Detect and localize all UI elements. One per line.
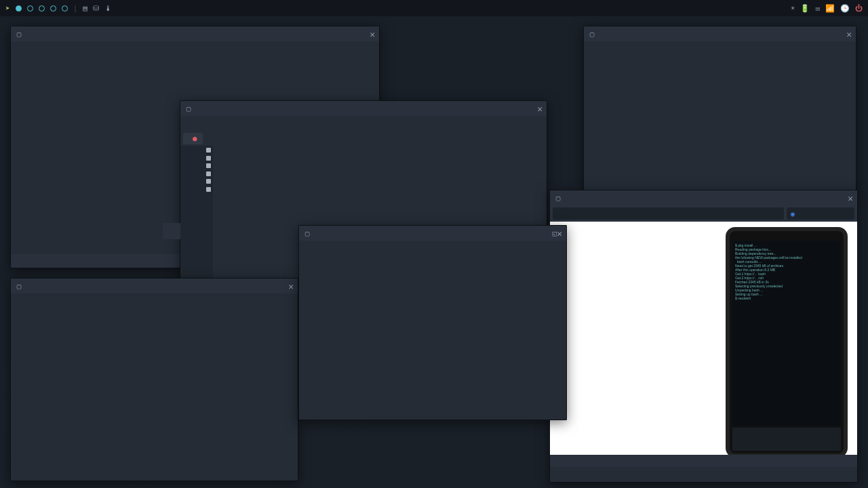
launcher-icon[interactable]: ➤ <box>5 4 10 13</box>
net-indicator: 📶 <box>825 4 835 13</box>
workspace-5[interactable] <box>62 5 68 12</box>
line-gutter <box>180 146 203 279</box>
close-icon[interactable]: ✕ <box>557 228 562 239</box>
close-icon[interactable]: ✕ <box>848 193 853 203</box>
phone-keyboard <box>732 428 841 451</box>
workspace-1[interactable] <box>16 5 22 12</box>
brightness-indicator: ☀ <box>791 4 795 13</box>
terminal-neofetch-window[interactable]: ▢ ✕ <box>10 278 298 481</box>
top-panel: ➤ | ▤ ⛁ 🌡 ☀ 🔋 ✉ 📶 🕒 ⏻ <box>0 0 868 16</box>
terminal-msfconsole-window[interactable]: ▢ ✕ <box>583 26 856 195</box>
fm-titlebar[interactable]: ▢ ✕ <box>11 26 379 41</box>
term1-menubar[interactable] <box>11 293 298 308</box>
htop-output[interactable] <box>299 256 566 261</box>
unsaved-dot-icon: ● <box>193 134 197 143</box>
fm-sidebar <box>11 56 82 268</box>
fold-column[interactable] <box>203 146 213 279</box>
devices-header <box>14 64 79 68</box>
close-icon[interactable]: ✕ <box>288 281 294 291</box>
browser-viewport[interactable]: . $ pkg install ... Reading package list… <box>550 222 857 455</box>
ns-statusbar <box>550 455 857 467</box>
maximize-icon[interactable]: ◱ <box>553 229 557 238</box>
terminal-htop-window[interactable]: ▢ ◱ ✕ <box>298 225 567 420</box>
msf-output[interactable] <box>584 56 856 62</box>
workspace-3[interactable] <box>39 5 45 12</box>
google-icon: ◉ <box>791 210 795 218</box>
search-box[interactable]: ◉ <box>787 207 854 220</box>
close-icon[interactable]: ✕ <box>846 29 852 39</box>
minimize-icon[interactable]: ▢ <box>588 30 596 39</box>
geany-menubar[interactable] <box>180 116 547 131</box>
close-icon[interactable]: ✕ <box>370 29 375 39</box>
battery-indicator: 🔋 <box>800 4 810 13</box>
power-icon[interactable]: ⏻ <box>855 4 863 13</box>
msf-titlebar[interactable]: ▢ ✕ <box>584 26 856 41</box>
clock: 🕒 <box>840 4 850 13</box>
fm-menubar[interactable] <box>11 41 379 56</box>
editor-tab[interactable]: ● <box>183 133 203 144</box>
terminal-output[interactable] <box>11 308 298 314</box>
term1-titlebar[interactable]: ▢ ✕ <box>11 279 298 293</box>
geany-side-tab[interactable] <box>163 223 180 239</box>
disk-indicator: ⛁ <box>93 4 99 13</box>
workspace-4[interactable] <box>50 5 56 12</box>
ns-titlebar[interactable]: ▢ ✕ <box>550 190 857 205</box>
minimize-icon[interactable]: ▢ <box>15 30 23 39</box>
mail-indicator: ✉ <box>815 4 820 13</box>
minimize-icon[interactable]: ▢ <box>184 104 193 113</box>
htop-menubar[interactable] <box>299 241 566 256</box>
minimize-icon[interactable]: ▢ <box>554 194 562 203</box>
temp-indicator: 🌡 <box>104 4 112 13</box>
ram-indicator: ▤ <box>83 4 87 13</box>
phone-screen: $ pkg install ... Reading package lists.… <box>732 241 841 426</box>
minimize-icon[interactable]: ▢ <box>15 282 23 291</box>
geany-titlebar[interactable]: ▢ ✕ <box>180 101 547 116</box>
close-icon[interactable]: ✕ <box>537 104 542 114</box>
msf-menubar[interactable] <box>584 41 856 56</box>
htop-titlebar[interactable]: ▢ ◱ ✕ <box>299 226 566 241</box>
phone-mockup: $ pkg install ... Reading package lists.… <box>726 227 848 455</box>
ns-toolbar: ◉ <box>550 205 857 222</box>
netsurf-window[interactable]: ▢ ✕ ◉ . $ pkg install ... Re <box>549 190 858 483</box>
address-bar[interactable] <box>553 207 784 220</box>
minimize-icon[interactable]: ▢ <box>303 229 311 238</box>
workspace-2[interactable] <box>27 5 33 12</box>
